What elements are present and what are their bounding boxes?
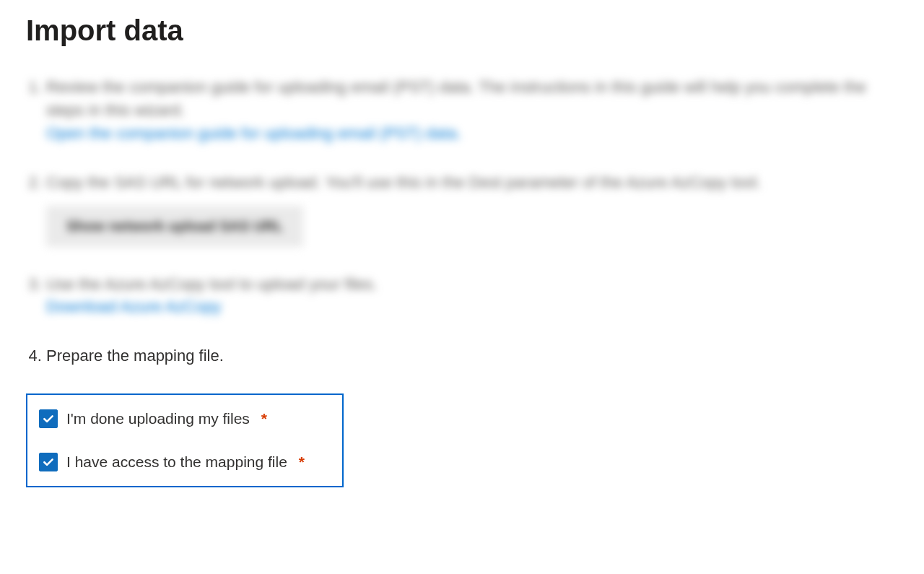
required-asterisk: * <box>261 410 267 427</box>
checkbox-done-uploading[interactable] <box>39 409 58 428</box>
step-3: Use the Azure AzCopy tool to upload your… <box>46 273 898 319</box>
checkbox-have-mapping-label: I have access to the mapping file <box>66 453 287 471</box>
show-sas-url-button[interactable]: Show network upload SAS URL <box>46 206 303 247</box>
step-3-link[interactable]: Download Azure AzCopy <box>46 297 221 316</box>
step-3-text: Use the Azure AzCopy tool to upload your… <box>46 275 378 293</box>
required-asterisk: * <box>299 453 305 471</box>
confirmation-checkboxes: I'm done uploading my files * I have acc… <box>26 393 344 487</box>
steps-list: Review the companion guide for uploading… <box>26 76 898 368</box>
step-2-text: Copy the SAS URL for network upload. You… <box>46 173 761 191</box>
check-icon <box>42 412 55 425</box>
check-icon <box>42 456 55 469</box>
import-data-page: Import data Review the companion guide f… <box>0 0 924 502</box>
step-1-text: Review the companion guide for uploading… <box>46 78 866 119</box>
step-1-link[interactable]: Open the companion guide for uploading e… <box>46 124 461 142</box>
step-4-text: Prepare the mapping file. <box>46 347 224 365</box>
page-title: Import data <box>26 14 898 47</box>
step-2: Copy the SAS URL for network upload. You… <box>46 171 898 247</box>
checkbox-have-mapping[interactable] <box>39 453 58 471</box>
checkbox-done-uploading-row: I'm done uploading my files * <box>39 409 331 428</box>
step-1: Review the companion guide for uploading… <box>46 76 898 145</box>
checkbox-done-uploading-label: I'm done uploading my files <box>66 410 250 427</box>
step-4: Prepare the mapping file. <box>46 344 898 368</box>
checkbox-have-mapping-row: I have access to the mapping file * <box>39 453 331 471</box>
